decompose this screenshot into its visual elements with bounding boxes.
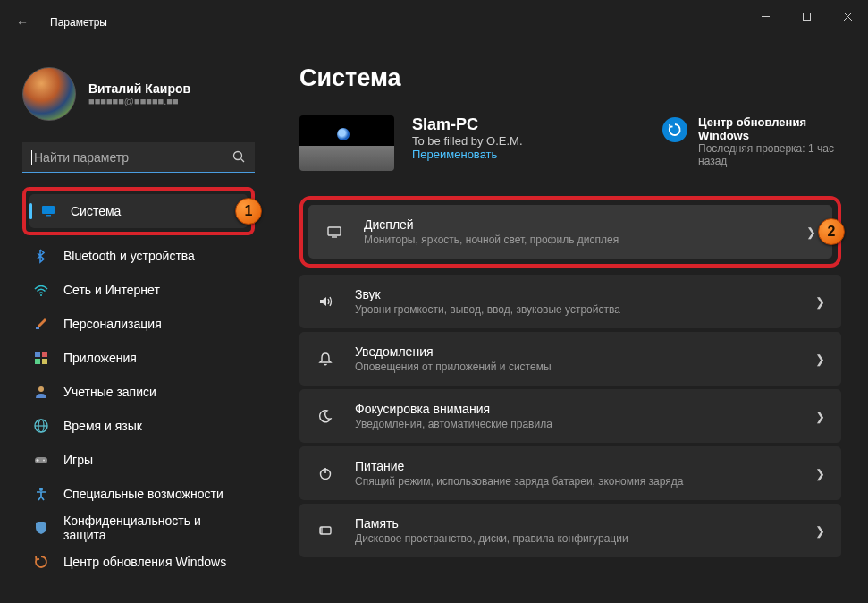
nav-item-label: Приложения [63, 351, 137, 365]
nav-item-label: Сеть и Интернет [63, 283, 160, 297]
settings-card-moon[interactable]: Фокусировка вниманияУведомления, автомат… [299, 389, 841, 443]
moon-icon [316, 408, 335, 424]
minimize-button[interactable] [745, 0, 786, 32]
card-text: ЗвукУровни громкости, вывод, ввод, звуко… [355, 287, 620, 316]
main-content: Система Slam-PC To be filled by O.E.M. П… [273, 45, 868, 603]
maximize-button[interactable] [786, 0, 827, 32]
svg-point-14 [38, 386, 44, 392]
profile-email: ■■■■■■@■■■■■.■■ [88, 96, 190, 106]
card-text: Фокусировка вниманияУведомления, автомат… [355, 402, 552, 430]
svg-rect-21 [328, 227, 341, 235]
settings-card-storage[interactable]: ПамятьДисковое пространство, диски, прав… [299, 504, 841, 557]
sidebar: Виталий Каиров ■■■■■■@■■■■■.■■ Система1B… [0, 45, 273, 603]
back-arrow-icon[interactable]: ← [16, 15, 32, 30]
sound-icon [316, 293, 335, 310]
monitor-icon [40, 203, 56, 219]
search-input[interactable] [34, 150, 232, 165]
shield-icon [33, 520, 49, 536]
nav-item-brush[interactable]: Персонализация [22, 307, 255, 341]
svg-point-4 [234, 152, 242, 160]
window-controls [745, 0, 868, 32]
svg-rect-1 [803, 13, 810, 20]
bell-icon [316, 351, 335, 367]
nav-item-monitor[interactable]: Система [29, 194, 248, 228]
nav-list: Система1Bluetooth и устройстваСеть и Инт… [22, 187, 255, 579]
nav-item-update[interactable]: Центр обновления Windows [22, 545, 255, 579]
annotation-badge: 1 [235, 198, 262, 225]
nav-item-label: Специальные возможности [63, 487, 223, 501]
svg-rect-7 [46, 215, 51, 217]
pc-info: Slam-PC To be filled by O.E.M. Переимено… [412, 115, 523, 161]
maximize-icon [802, 12, 812, 21]
card-subtitle: Уровни громкости, вывод, ввод, звуковые … [355, 303, 620, 316]
pc-name: Slam-PC [412, 115, 523, 134]
card-text: ДисплейМониторы, яркость, ночной свет, п… [364, 217, 619, 246]
pc-oem: To be filled by O.E.M. [412, 134, 523, 148]
chevron-right-icon: ❯ [815, 467, 825, 480]
nav-item-gamepad[interactable]: Игры [22, 443, 255, 477]
svg-rect-11 [42, 352, 47, 357]
nav-item-shield[interactable]: Конфиденциальность и защита [22, 511, 255, 545]
svg-rect-12 [35, 359, 40, 364]
page-title: Система [299, 64, 841, 92]
profile-name: Виталий Каиров [88, 81, 190, 96]
nav-highlight: Система1 [22, 187, 255, 235]
nav-item-accessibility[interactable]: Специальные возможности [22, 477, 255, 511]
card-subtitle: Оповещения от приложений и системы [355, 361, 552, 373]
card-subtitle: Мониторы, яркость, ночной свет, профиль … [364, 234, 619, 246]
card-text: ПамятьДисковое пространство, диски, прав… [355, 516, 628, 545]
settings-card-list: ДисплейМониторы, яркость, ночной свет, п… [299, 196, 841, 557]
card-title: Звук [355, 287, 620, 302]
wifi-icon [33, 282, 49, 298]
close-button[interactable] [827, 0, 868, 32]
svg-point-19 [43, 460, 45, 462]
power-icon [316, 465, 335, 481]
person-icon [33, 384, 49, 400]
annotation-badge: 2 [818, 218, 845, 245]
update-subtitle: Последняя проверка: 1 час назад [698, 142, 841, 167]
nav-item-apps[interactable]: Приложения [22, 341, 255, 375]
nav-item-label: Персонализация [63, 317, 162, 331]
svg-rect-13 [42, 359, 47, 364]
title-bar: ← Параметры [0, 0, 868, 45]
card-subtitle: Спящий режим, использование заряда батар… [355, 475, 683, 488]
brush-icon [33, 316, 49, 332]
card-title: Память [355, 516, 628, 531]
card-title: Питание [355, 459, 683, 473]
nav-item-wifi[interactable]: Сеть и Интернет [22, 273, 255, 307]
bluetooth-icon [33, 248, 49, 264]
settings-card-sound[interactable]: ЗвукУровни громкости, вывод, ввод, звуко… [299, 275, 841, 328]
profile-block[interactable]: Виталий Каиров ■■■■■■@■■■■■.■■ [22, 67, 255, 121]
card-highlight: ДисплейМониторы, яркость, ночной свет, п… [299, 196, 841, 268]
settings-card-display[interactable]: ДисплейМониторы, яркость, ночной свет, п… [308, 205, 832, 259]
nav-item-label: Учетные записи [63, 385, 156, 399]
nav-item-label: Центр обновления Windows [63, 555, 226, 569]
svg-rect-10 [35, 352, 40, 357]
settings-card-bell[interactable]: УведомленияОповещения от приложений и си… [299, 332, 841, 386]
update-icon [33, 554, 49, 570]
globe-icon [33, 418, 49, 434]
nav-item-bluetooth[interactable]: Bluetooth и устройства [22, 239, 255, 273]
accessibility-icon [33, 486, 49, 502]
card-text: ПитаниеСпящий режим, использование заряд… [355, 459, 683, 488]
card-subtitle: Уведомления, автоматические правила [355, 418, 552, 430]
settings-card-power[interactable]: ПитаниеСпящий режим, использование заряд… [299, 446, 841, 500]
rename-link[interactable]: Переименовать [412, 148, 523, 161]
svg-point-8 [40, 294, 42, 296]
nav-item-label: Система [71, 204, 121, 218]
search-box[interactable] [22, 142, 255, 173]
chevron-right-icon: ❯ [815, 352, 825, 366]
update-icon [662, 117, 687, 142]
pc-thumbnail [299, 115, 394, 171]
search-icon [232, 150, 246, 164]
card-title: Дисплей [364, 217, 619, 232]
nav-item-label: Конфиденциальность и защита [63, 514, 244, 542]
nav-item-person[interactable]: Учетные записи [22, 375, 255, 409]
svg-point-20 [39, 488, 43, 491]
svg-rect-26 [320, 527, 323, 534]
card-subtitle: Дисковое пространство, диски, правила ко… [355, 532, 628, 545]
minimize-icon [761, 12, 771, 21]
nav-item-globe[interactable]: Время и язык [22, 409, 255, 443]
windows-update-block[interactable]: Центр обновления Windows Последняя прове… [662, 115, 841, 167]
svg-rect-9 [36, 327, 39, 329]
